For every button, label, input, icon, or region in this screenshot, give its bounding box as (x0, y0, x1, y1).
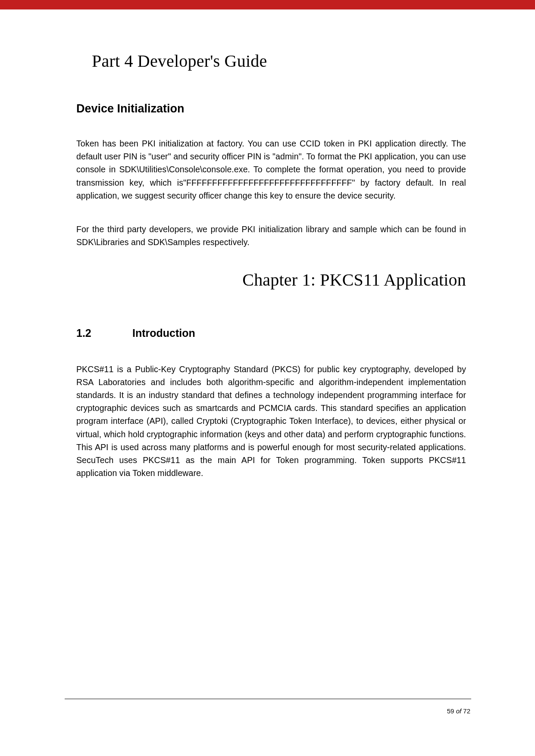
part-title: Part 4 Developer's Guide (92, 51, 466, 71)
page-number: 59 of 72 (447, 707, 470, 715)
subsection-heading: 1.2 Introduction (76, 327, 466, 339)
subsection-title: Introduction (132, 327, 195, 339)
subsection-number: 1.2 (76, 327, 132, 339)
chapter-title: Chapter 1: PKCS11 Application (76, 270, 466, 290)
body-paragraph: Token has been PKI initialization at fac… (76, 137, 466, 202)
body-paragraph: PKCS#11 is a Public-Key Cryptography Sta… (76, 363, 466, 480)
section-heading-device-init: Device Initialization (76, 102, 466, 115)
top-accent-bar (0, 0, 535, 9)
page-total: 72 (463, 707, 470, 715)
page-content: Part 4 Developer's Guide Device Initiali… (76, 51, 466, 501)
footer-rule (65, 699, 471, 699)
page-current: 59 (447, 707, 454, 715)
body-paragraph: For the third party developers, we provi… (76, 223, 466, 249)
page-of: of (456, 707, 462, 715)
